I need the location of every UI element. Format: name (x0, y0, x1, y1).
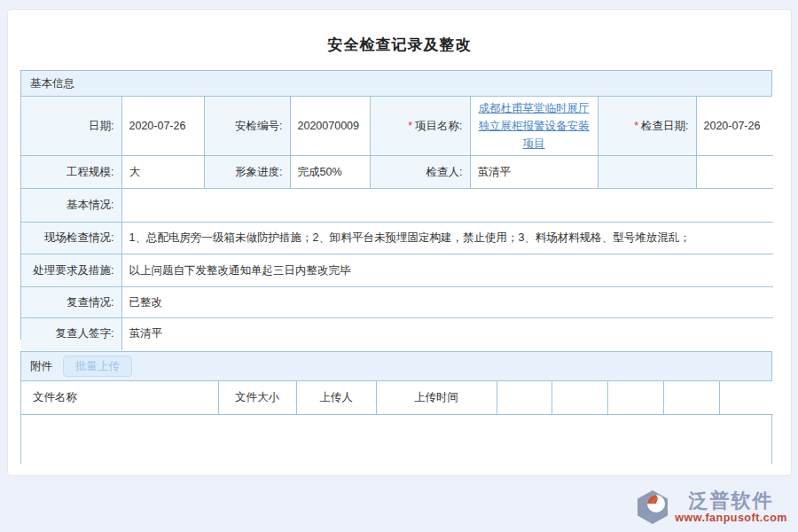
inspector-label-cell: 检查人: (370, 156, 470, 189)
content-card: 安全检查记录及整改 基本信息 日期: 2020-07-26 安检编号: 2020… (7, 9, 792, 476)
row-review: 复查情况: 已整改 (21, 287, 773, 318)
progress-label-cell: 形象进度: (204, 156, 290, 189)
required-asterisk: * (634, 120, 638, 132)
attachments-header-row: 文件名称 文件大小 上传人 上传时间 (21, 381, 773, 414)
project-name-label: 项目名称: (415, 120, 462, 132)
attachments-panel: 附件 批量上传 文件名称 文件大小 上传人 上传时间 (20, 351, 772, 464)
review-label-cell: 复查情况: (21, 287, 121, 318)
attachments-section-title: 附件 (30, 352, 52, 381)
fanpu-logo-text: 泛普软件 www.fanpusoft.com (675, 490, 787, 524)
inspection-no-value-cell: 2020070009 (290, 97, 370, 156)
page: 安全检查记录及整改 基本信息 日期: 2020-07-26 安检编号: 2020… (0, 0, 798, 532)
fanpu-website-url: www.fanpusoft.com (675, 512, 787, 524)
review-sign-label-cell: 复查人签字: (21, 318, 121, 350)
site-inspection-value-cell: 1、总配电房旁一级箱未做防护措施；2、卸料平台未预埋固定构建，禁止使用；3、料场… (121, 223, 773, 254)
column-uploader: 上传人 (296, 381, 376, 414)
basic-situation-label-cell: 基本情况: (21, 189, 121, 223)
check-date-label: 检查日期: (641, 120, 688, 132)
basic-situation-value-cell (121, 189, 773, 223)
row-review-sign: 复查人签字: 茧清平 (21, 318, 773, 350)
project-scale-value-cell: 大 (121, 156, 204, 189)
column-empty (663, 381, 719, 414)
row-basic-situation: 基本情况: (21, 189, 773, 223)
review-value-cell: 已整改 (121, 287, 773, 318)
required-asterisk: * (408, 120, 412, 132)
progress-value-cell: 完成50% (290, 156, 370, 189)
review-sign-value-cell: 茧清平 (121, 318, 773, 350)
check-date-value-cell: 2020-07-26 (696, 97, 773, 156)
column-upload-time: 上传时间 (376, 381, 497, 414)
inspection-no-label-cell: 安检编号: (204, 97, 290, 156)
attachments-empty-area (21, 415, 771, 464)
batch-upload-button[interactable]: 批量上传 (63, 356, 132, 377)
date-value-cell: 2020-07-26 (121, 97, 204, 156)
project-name-link[interactable]: 成都杜甫草堂临时展厅独立展柜报警设备安装项目 (478, 99, 591, 153)
project-scale-label-cell: 工程规模: (21, 156, 121, 189)
row-scale: 工程规模: 大 形象进度: 完成50% 检查人: 茧清平 (21, 156, 773, 189)
check-date-label-cell: *检查日期: (598, 97, 696, 156)
basic-info-panel: 基本信息 日期: 2020-07-26 安检编号: 2020070009 *项目… (20, 70, 772, 340)
basic-info-table: 日期: 2020-07-26 安检编号: 2020070009 *项目名称: 成… (21, 97, 773, 350)
row-date: 日期: 2020-07-26 安检编号: 2020070009 *项目名称: 成… (21, 97, 773, 156)
row-site-inspection: 现场检查情况: 1、总配电房旁一级箱未做防护措施；2、卸料平台未预埋固定构建，禁… (21, 223, 773, 254)
fanpu-logo-icon (635, 489, 670, 525)
column-file-size: 文件大小 (218, 381, 296, 414)
page-title: 安全检查记录及整改 (8, 35, 791, 55)
project-name-label-cell: *项目名称: (370, 97, 470, 156)
fanpu-brand-name: 泛普软件 (689, 490, 774, 512)
row-handling: 处理要求及措施: 以上问题自下发整改通知单起三日内整改完毕 (21, 254, 773, 287)
attachments-table: 文件名称 文件大小 上传人 上传时间 (21, 381, 773, 415)
project-name-value-cell: 成都杜甫草堂临时展厅独立展柜报警设备安装项目 (470, 97, 598, 156)
empty-label-cell (598, 156, 696, 189)
date-label-cell: 日期: (21, 97, 121, 156)
empty-value-cell (696, 156, 773, 189)
basic-info-section-title: 基本信息 (21, 71, 771, 97)
column-empty (497, 381, 552, 414)
column-empty (719, 381, 773, 414)
handling-value-cell: 以上问题自下发整改通知单起三日内整改完毕 (121, 254, 773, 287)
attachments-header: 附件 批量上传 (21, 352, 771, 381)
column-empty (607, 381, 663, 414)
fanpu-logo-link[interactable]: 泛普软件 www.fanpusoft.com (635, 489, 787, 525)
site-inspection-label-cell: 现场检查情况: (21, 223, 121, 254)
column-empty (552, 381, 607, 414)
handling-label-cell: 处理要求及措施: (21, 254, 121, 287)
inspector-value-cell: 茧清平 (470, 156, 598, 189)
column-file-name: 文件名称 (21, 381, 218, 414)
